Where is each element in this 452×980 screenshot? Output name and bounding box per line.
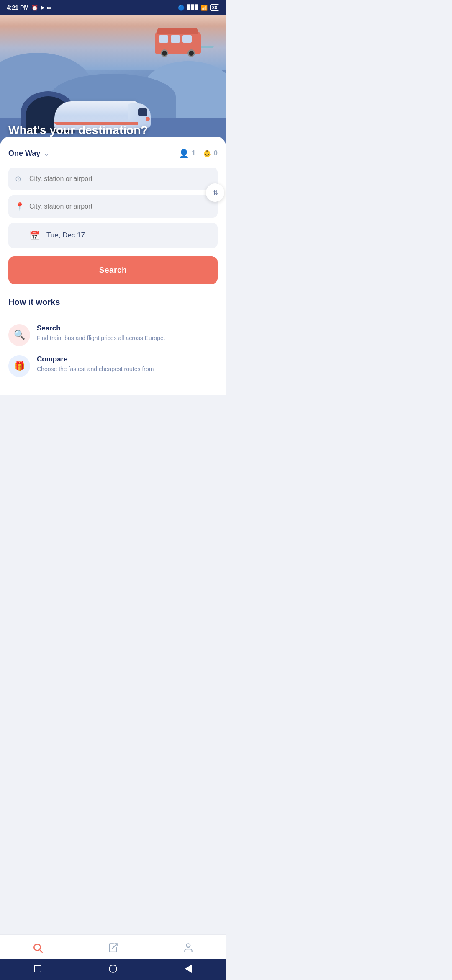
- date-selector[interactable]: 📅 Tue, Dec 17: [8, 223, 218, 248]
- child-count: 0: [214, 150, 218, 157]
- bus-roof: [157, 28, 198, 34]
- trip-type-selector[interactable]: One Way ⌄: [8, 149, 49, 158]
- bus-illustration: [155, 32, 201, 54]
- destination-input-group: 📍: [8, 195, 218, 218]
- swap-icon: ⇅: [213, 189, 218, 197]
- origin-dot-icon: ⊙: [15, 174, 21, 183]
- search-button[interactable]: Search: [8, 256, 218, 284]
- status-left: 4:21 PM ⏰ ▶ ▭: [7, 4, 51, 11]
- bus-wheel-1: [161, 49, 168, 57]
- status-bar: 4:21 PM ⏰ ▶ ▭ 🔵 ▋▊▉ 📶 86: [0, 0, 226, 15]
- bus-body: [155, 32, 201, 54]
- train-light: [146, 117, 150, 121]
- adult-icon: 👤: [179, 148, 189, 158]
- how-compare-icon-wrap: 🎁: [8, 355, 30, 377]
- signal-icon: ▋▊▉: [187, 5, 198, 10]
- how-item-search: 🔍 Search Find train, bus and flight pric…: [8, 324, 218, 346]
- hero-section: What's your destination?: [0, 15, 226, 145]
- date-value: Tue, Dec 17: [46, 231, 85, 240]
- how-compare-text: Compare Choose the fastest and cheapest …: [37, 355, 154, 374]
- divider: [8, 315, 218, 315]
- how-search-title: Search: [37, 324, 165, 333]
- task-icon: ▶: [41, 5, 44, 10]
- origin-input-group: ⊙: [8, 168, 218, 190]
- how-compare-desc: Choose the fastest and cheapest routes f…: [37, 365, 154, 374]
- how-compare-title: Compare: [37, 355, 154, 364]
- child-icon: 👶: [203, 150, 211, 157]
- trip-type-row: One Way ⌄ 👤 1 👶 0: [8, 148, 218, 158]
- how-it-works-title: How it works: [8, 297, 218, 307]
- bus-window-3: [182, 35, 192, 43]
- train-window: [138, 108, 147, 116]
- origin-input[interactable]: [8, 168, 218, 190]
- trip-type-label: One Way: [8, 149, 40, 158]
- status-right: 🔵 ▋▊▉ 📶 86: [178, 4, 219, 11]
- calendar-icon: 📅: [29, 230, 40, 240]
- how-search-icon-wrap: 🔍: [8, 324, 30, 346]
- swap-button[interactable]: ⇅: [206, 183, 224, 202]
- bluetooth-icon: 🔵: [178, 5, 185, 11]
- chevron-down-icon: ⌄: [44, 150, 49, 157]
- adult-passenger-item[interactable]: 👤 1: [179, 148, 195, 158]
- battery-indicator: 86: [210, 4, 219, 11]
- destination-pin-icon: 📍: [15, 202, 24, 211]
- bus-wheel-2: [187, 49, 195, 57]
- main-content: One Way ⌄ 👤 1 👶 0 ⊙ ⇅: [0, 137, 226, 395]
- adult-count: 1: [192, 150, 195, 157]
- bus-window-2: [171, 35, 180, 43]
- how-item-compare: 🎁 Compare Choose the fastest and cheapes…: [8, 355, 218, 377]
- wifi-icon: 📶: [201, 5, 208, 11]
- how-compare-icon: 🎁: [14, 361, 25, 371]
- bus-window-1: [159, 35, 168, 43]
- passengers-row: 👤 1 👶 0: [179, 148, 218, 158]
- hero-title: What's your destination?: [8, 123, 148, 137]
- location-inputs-wrapper: ⊙ ⇅ 📍: [8, 168, 218, 218]
- destination-input[interactable]: [8, 195, 218, 218]
- child-passenger-item[interactable]: 👶 0: [203, 150, 218, 157]
- how-search-icon: 🔍: [14, 330, 25, 340]
- alarm-icon: ⏰: [31, 5, 38, 11]
- screen-icon: ▭: [47, 5, 51, 10]
- how-search-text: Search Find train, bus and flight prices…: [37, 324, 165, 343]
- how-search-desc: Find train, bus and flight prices all ac…: [37, 334, 165, 343]
- status-time: 4:21 PM: [7, 4, 29, 11]
